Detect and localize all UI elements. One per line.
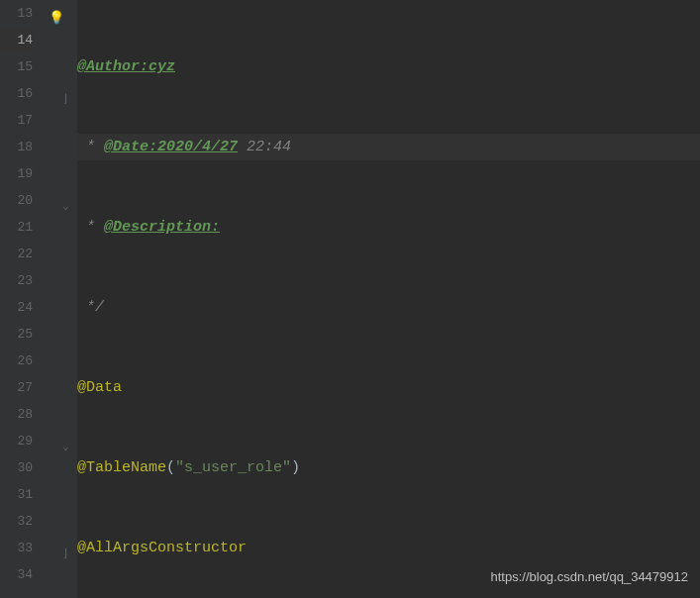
annotation: @TableName (77, 459, 166, 476)
code-editor[interactable]: 13 14 15 16 17 18 19 20 21 22 23 24 25 2… (0, 0, 700, 598)
annotation: @AllArgsConstructor (77, 540, 247, 556)
line-number: 15 (0, 53, 33, 80)
line-number: 33 (0, 535, 33, 561)
line-number: 20 (0, 187, 33, 214)
line-number: 14 (0, 27, 33, 53)
annotation: @Data (77, 379, 122, 396)
intention-bulb-icon[interactable]: 💡 (49, 5, 64, 32)
line-number: 25 (0, 321, 33, 348)
line-number: 18 (0, 134, 33, 160)
line-number: 31 (0, 481, 33, 508)
line-number: 30 (0, 454, 33, 481)
paren: ) (291, 459, 300, 476)
code-line[interactable]: */ (77, 294, 700, 321)
comment-text: * (77, 139, 104, 155)
line-number: 23 (0, 267, 33, 294)
fold-column: 💡 ⌋ ⌄ ⌄ ⌋ (43, 0, 77, 598)
fold-start-icon[interactable]: ⌄ (62, 434, 69, 460)
doc-tag: @Date:2020/4/27 (104, 139, 238, 155)
line-number: 13 (0, 0, 33, 27)
code-line[interactable]: @Author:cyz (77, 53, 700, 80)
comment-text: 22:44 (238, 139, 291, 155)
code-line[interactable]: @TableName("s_user_role") (77, 454, 700, 481)
line-number: 29 (0, 428, 33, 454)
comment-text: * (77, 219, 104, 236)
fold-end-icon[interactable]: ⌋ (62, 541, 69, 567)
line-number: 28 (0, 401, 33, 428)
line-number: 34 (0, 561, 33, 588)
line-number: 17 (0, 107, 33, 134)
paren: ( (166, 459, 175, 476)
line-number: 19 (0, 160, 33, 187)
line-number: 26 (0, 348, 33, 374)
comment-text: */ (77, 299, 104, 316)
code-line[interactable]: * @Date:2020/4/27 22:44 (77, 134, 700, 160)
line-number: 27 (0, 374, 33, 401)
fold-start-icon[interactable]: ⌄ (62, 193, 69, 220)
line-number: 32 (0, 508, 33, 535)
code-area[interactable]: @Author:cyz * @Date:2020/4/27 22:44 * @D… (77, 0, 700, 598)
line-number: 21 (0, 214, 33, 241)
line-number: 16 (0, 80, 33, 107)
code-line[interactable]: @AllArgsConstructor (77, 535, 700, 561)
code-line[interactable]: * @Description: (77, 214, 700, 241)
line-number: 22 (0, 241, 33, 267)
watermark-text: https://blog.csdn.net/qq_34479912 (491, 563, 689, 590)
doc-tag: @Author:cyz (77, 58, 175, 75)
line-number-gutter: 13 14 15 16 17 18 19 20 21 22 23 24 25 2… (0, 0, 43, 598)
fold-end-icon[interactable]: ⌋ (62, 86, 69, 113)
code-line[interactable]: @Data (77, 374, 700, 401)
doc-tag: @Description: (104, 219, 220, 236)
line-number: 24 (0, 294, 33, 321)
string-literal: "s_user_role" (175, 459, 291, 476)
